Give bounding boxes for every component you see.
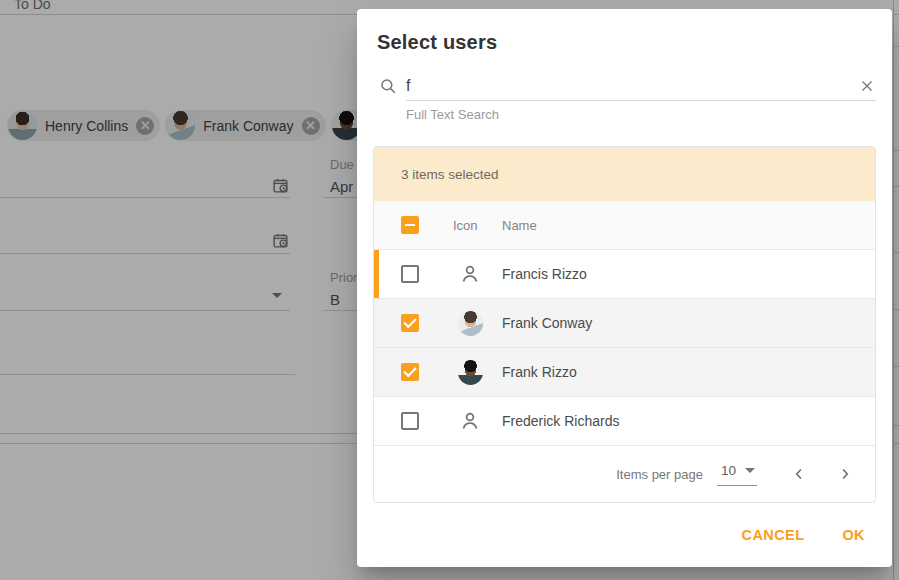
person-icon [458, 262, 482, 286]
search-row [379, 71, 876, 101]
selection-count-banner: 3 items selected [374, 147, 875, 201]
table-row[interactable]: Frank Conway [374, 299, 875, 348]
user-name: Francis Rizzo [494, 266, 587, 282]
next-page-button[interactable] [833, 462, 857, 486]
items-per-page-label: Items per page [616, 467, 703, 482]
chevron-down-icon [745, 468, 755, 473]
user-name: Frederick Richards [494, 413, 619, 429]
select-all-checkbox[interactable] [401, 216, 419, 234]
paginator: Items per page 10 [374, 446, 875, 502]
search-hint: Full Text Search [406, 107, 876, 122]
dialog-footer: CANCEL OK [357, 503, 892, 567]
previous-page-button[interactable] [787, 462, 811, 486]
clear-search-icon[interactable] [858, 77, 876, 95]
column-header-icon: Icon [453, 218, 478, 233]
person-icon [458, 409, 482, 433]
user-name: Frank Conway [494, 315, 592, 331]
dialog-title: Select users [377, 31, 872, 54]
page-size-value: 10 [721, 463, 736, 478]
avatar [458, 360, 483, 385]
row-checkbox[interactable] [401, 412, 419, 430]
ok-button[interactable]: OK [842, 527, 865, 543]
row-checkbox[interactable] [401, 314, 419, 332]
page-size-select[interactable]: 10 [717, 463, 757, 486]
table-row[interactable]: Francis Rizzo [374, 250, 875, 299]
row-checkbox[interactable] [401, 265, 419, 283]
table-row[interactable]: Frederick Richards [374, 397, 875, 446]
search-field [406, 71, 876, 101]
avatar [458, 311, 483, 336]
search-icon [379, 77, 397, 95]
table-row[interactable]: Frank Rizzo [374, 348, 875, 397]
user-list-card: 3 items selected Icon Name Francis Rizzo [373, 146, 876, 503]
user-name: Frank Rizzo [494, 364, 577, 380]
row-checkbox[interactable] [401, 363, 419, 381]
table-header: Icon Name [374, 201, 875, 250]
select-users-dialog: Select users Full Text Search 3 items se… [357, 9, 892, 567]
cancel-button[interactable]: CANCEL [742, 527, 805, 543]
active-row-indicator [374, 250, 379, 298]
column-header-name: Name [494, 218, 537, 233]
search-input[interactable] [406, 77, 858, 95]
